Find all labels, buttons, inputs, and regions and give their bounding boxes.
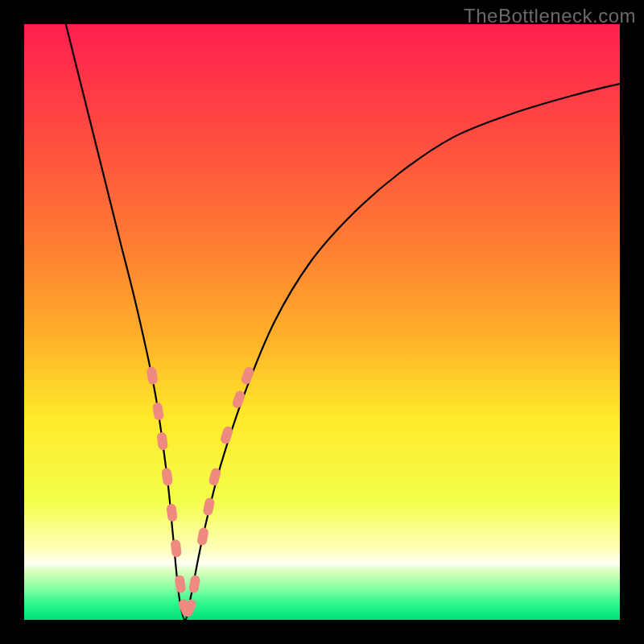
bottleneck-curve — [66, 24, 620, 620]
marker-point — [170, 539, 181, 558]
marker-point — [174, 575, 186, 594]
marker-point — [240, 365, 255, 386]
marker-point — [156, 431, 168, 450]
marker-point — [152, 402, 164, 421]
curve-layer — [24, 24, 620, 620]
marker-point — [202, 497, 215, 516]
plot-area — [24, 24, 620, 620]
marker-point — [188, 575, 201, 594]
marker-point — [146, 366, 158, 386]
marker-point — [231, 390, 246, 410]
marker-point — [166, 503, 178, 522]
marker-point — [196, 526, 209, 546]
chart-stage: TheBottleneck.com — [0, 0, 644, 644]
marker-point — [208, 467, 221, 486]
marker-point — [161, 468, 173, 486]
attribution-text: TheBottleneck.com — [464, 5, 636, 27]
marker-group — [146, 365, 255, 617]
